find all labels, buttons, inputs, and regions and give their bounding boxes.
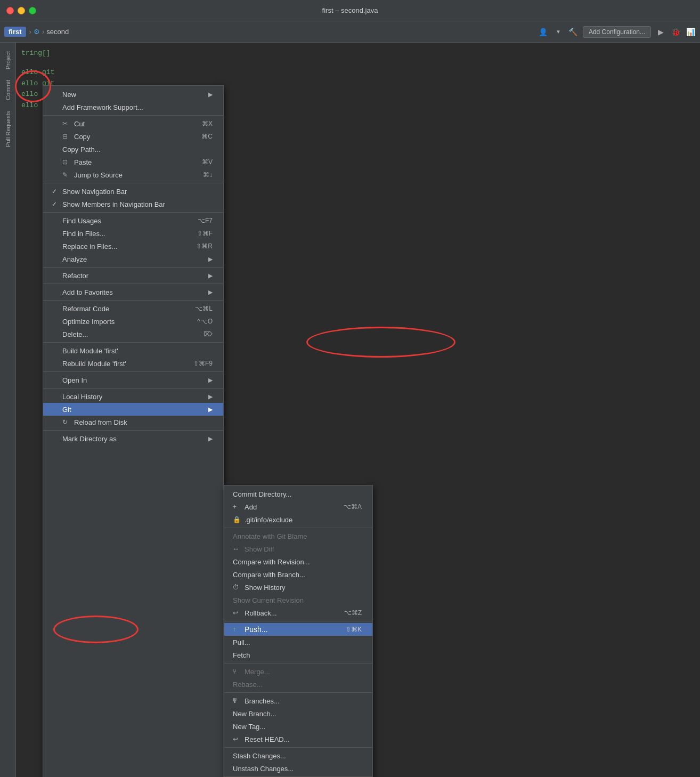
separator xyxy=(43,284,223,284)
breadcrumb-src: ⚙ xyxy=(34,28,40,36)
toolbar: first › ⚙ › second 👤 ▼ 🔨 Add Configurati… xyxy=(0,21,700,43)
git-menu-rebase[interactable]: Rebase... xyxy=(224,678,372,691)
git-menu-unstash[interactable]: Unstash Changes... xyxy=(224,762,372,775)
maximize-button[interactable] xyxy=(29,7,36,14)
minimize-button[interactable] xyxy=(18,7,25,14)
title-bar: first – second.java xyxy=(0,0,700,21)
menu-item-show-nav[interactable]: ✓ Show Navigation Bar xyxy=(43,185,223,198)
separator xyxy=(43,183,223,183)
git-menu-show-diff[interactable]: ↔ Show Diff xyxy=(224,543,372,555)
menu-item-copy-path[interactable]: Copy Path... xyxy=(43,143,223,156)
menu-item-mark-directory[interactable]: Mark Directory as ▶ xyxy=(43,432,223,445)
branches-icon: Ψ xyxy=(233,697,242,705)
menu-item-rebuild-module[interactable]: Rebuild Module 'first' ⇧⌘F9 xyxy=(43,357,223,370)
git-menu-merge[interactable]: ⑂ Merge... xyxy=(224,665,372,678)
git-menu-new-branch[interactable]: New Branch... xyxy=(224,707,372,720)
separator xyxy=(224,621,372,621)
separator xyxy=(224,528,372,528)
sidebar-item-pull-requests[interactable]: Pull Requests xyxy=(3,107,13,151)
breadcrumb-sep2: › xyxy=(42,28,44,36)
separator xyxy=(43,371,223,372)
menu-item-show-members[interactable]: ✓ Show Members in Navigation Bar xyxy=(43,198,223,211)
run-icon[interactable]: ▶ xyxy=(655,27,666,37)
menu-item-add-framework[interactable]: Add Framework Support... xyxy=(43,101,223,114)
menu-item-open-in[interactable]: Open In ▶ xyxy=(43,374,223,386)
menu-item-build-module[interactable]: Build Module 'first' xyxy=(43,344,223,357)
git-menu-show-history[interactable]: ⏱ Show History xyxy=(224,581,372,594)
diff-icon: ↔ xyxy=(233,545,242,553)
menu-item-reformat-code[interactable]: Reformat Code ⌥⌘L xyxy=(43,302,223,315)
sidebar-tabs: Project Commit Pull Requests xyxy=(0,43,16,777)
separator xyxy=(224,692,372,693)
hammer-icon[interactable]: 🔨 xyxy=(568,27,579,37)
menu-item-paste[interactable]: ⊡ Paste ⌘V xyxy=(43,156,223,168)
menu-item-replace-in-files[interactable]: Replace in Files... ⇧⌘R xyxy=(43,240,223,253)
context-menu: New ▶ Add Framework Support... ✂ Cut ⌘X … xyxy=(43,85,224,777)
push-icon: ↑ xyxy=(233,626,242,633)
menu-item-refactor[interactable]: Refactor ▶ xyxy=(43,269,223,282)
menu-item-add-favorites[interactable]: Add to Favorites ▶ xyxy=(43,286,223,298)
git-menu-push[interactable]: ↑ Push... ⇧⌘K xyxy=(224,623,372,636)
menu-item-jump-to-source[interactable]: ✎ Jump to Source ⌘↓ xyxy=(43,168,223,181)
separator xyxy=(224,663,372,663)
debug-icon[interactable]: 🐞 xyxy=(670,27,681,37)
git-submenu: Commit Directory... + Add ⌥⌘A 🔒 .git/inf… xyxy=(224,485,373,777)
separator xyxy=(224,747,372,748)
add-icon: + xyxy=(233,503,242,511)
menu-item-new[interactable]: New ▶ xyxy=(43,88,223,101)
menu-item-git[interactable]: Git ▶ xyxy=(43,403,223,416)
sidebar-item-commit[interactable]: Commit xyxy=(3,76,13,104)
menu-item-optimize-imports[interactable]: Optimize Imports ^⌥O xyxy=(43,315,223,328)
close-button[interactable] xyxy=(6,7,14,14)
git-menu-show-current-revision[interactable]: Show Current Revision xyxy=(224,594,372,606)
project-label[interactable]: first xyxy=(4,27,26,37)
toolbar-right: 👤 ▼ 🔨 Add Configuration... ▶ 🐞 📊 xyxy=(538,26,696,38)
menu-item-find-usages[interactable]: Find Usages ⌥F7 xyxy=(43,214,223,227)
git-menu-branches[interactable]: Ψ Branches... xyxy=(224,694,372,707)
jump-icon: ✎ xyxy=(62,171,72,179)
sidebar-item-project[interactable]: Project xyxy=(3,47,13,74)
breadcrumb-file: second xyxy=(46,28,69,36)
rollback-icon: ↩ xyxy=(233,609,242,617)
merge-icon: ⑂ xyxy=(233,668,242,675)
code-line: ello git xyxy=(21,67,695,78)
separator xyxy=(43,115,223,116)
separator xyxy=(43,388,223,388)
git-menu-add[interactable]: + Add ⌥⌘A xyxy=(224,500,372,513)
menu-item-reload-from-disk[interactable]: ↻ Reload from Disk xyxy=(43,416,223,428)
code-line: tring[] xyxy=(21,48,695,59)
lock-icon: 🔒 xyxy=(233,516,242,523)
git-menu-fetch[interactable]: Fetch xyxy=(224,649,372,661)
git-menu-rollback[interactable]: ↩ Rollback... ⌥⌘Z xyxy=(224,606,372,619)
reset-icon: ↩ xyxy=(233,735,242,743)
menu-item-cut[interactable]: ✂ Cut ⌘X xyxy=(43,117,223,130)
git-menu-commit-directory[interactable]: Commit Directory... xyxy=(224,488,372,500)
git-menu-compare-revision[interactable]: Compare with Revision... xyxy=(224,555,372,568)
user-icon[interactable]: 👤 xyxy=(538,27,549,37)
menu-item-delete[interactable]: Delete... ⌦ xyxy=(43,328,223,341)
paste-icon: ⊡ xyxy=(62,158,72,166)
add-configuration-button[interactable]: Add Configuration... xyxy=(583,26,651,38)
profile-icon[interactable]: 📊 xyxy=(685,27,696,37)
menu-item-copy[interactable]: ⊟ Copy ⌘C xyxy=(43,130,223,143)
git-menu-compare-branch[interactable]: Compare with Branch... xyxy=(224,568,372,581)
main-area: Project Commit Pull Requests tring[] ell… xyxy=(0,43,700,777)
git-menu-reset-head[interactable]: ↩ Reset HEAD... xyxy=(224,733,372,746)
dropdown-icon[interactable]: ▼ xyxy=(553,27,564,37)
menu-item-find-in-files[interactable]: Find in Files... ⇧⌘F xyxy=(43,227,223,240)
git-menu-annotate[interactable]: Annotate with Git Blame xyxy=(224,530,372,543)
copy-icon: ⊟ xyxy=(62,133,72,140)
separator xyxy=(43,267,223,268)
reload-icon: ↻ xyxy=(62,418,72,426)
git-menu-stash[interactable]: Stash Changes... xyxy=(224,749,372,762)
cut-icon: ✂ xyxy=(62,120,72,127)
history-icon: ⏱ xyxy=(233,584,242,591)
git-menu-exclude[interactable]: 🔒 .git/info/exclude xyxy=(224,513,372,526)
menu-item-local-history[interactable]: Local History ▶ xyxy=(43,390,223,403)
git-menu-pull[interactable]: Pull... xyxy=(224,636,372,649)
breadcrumb: › ⚙ › second xyxy=(29,28,69,36)
traffic-lights xyxy=(6,7,36,14)
window-title: first – second.java xyxy=(322,6,378,14)
git-menu-new-tag[interactable]: New Tag... xyxy=(224,720,372,733)
menu-item-analyze[interactable]: Analyze ▶ xyxy=(43,253,223,265)
